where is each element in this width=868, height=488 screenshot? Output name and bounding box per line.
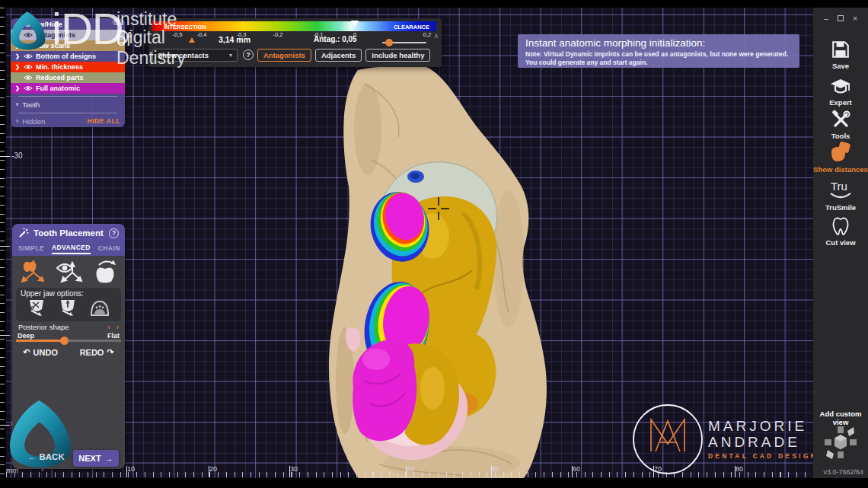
next-button[interactable]: NEXT →	[73, 450, 119, 467]
expand-chevron-icon[interactable]: ❯	[15, 53, 21, 59]
hidden-group-label: Hidden	[22, 117, 45, 126]
y-ruler-label: -30	[11, 152, 22, 160]
redo-button[interactable]: REDO ↷	[80, 347, 114, 357]
x-ruler-label: 60	[573, 465, 580, 473]
layer-row-min-thickness[interactable]: ❯ Min. thickness	[11, 62, 125, 72]
sidebar-item-cut-view[interactable]: Cut view	[813, 215, 868, 247]
bottom-letterbox-bar	[0, 478, 868, 488]
expand-chevron-icon[interactable]: ❯	[15, 64, 21, 70]
undo-button[interactable]: ↶ UNDO	[23, 347, 58, 357]
x-ruler-label: 50	[492, 465, 499, 473]
visibility-eye-icon[interactable]	[24, 53, 33, 59]
teeth-group-row[interactable]: ∨ Teeth	[11, 98, 125, 110]
upper-jaw-arch-option-icon[interactable]	[89, 298, 110, 317]
next-label: NEXT	[78, 454, 101, 463]
trusmile-icon: Tru	[827, 178, 854, 201]
x-ruler-label: 20	[209, 465, 217, 473]
hide-all-button[interactable]: HIDE ALL	[87, 117, 120, 125]
layer-label: Min. thickness	[36, 63, 83, 71]
sidebar-item-show-distances[interactable]: Show distances	[813, 142, 868, 174]
hidden-group-row[interactable]: ∨ Hidden HIDE ALL	[11, 115, 125, 127]
sidebar-item-label: Save	[832, 62, 849, 70]
scale-tick-label: 0,2	[423, 31, 431, 38]
sidebar-item-expert[interactable]: Expert	[813, 78, 868, 107]
back-button[interactable]: ← BACK	[27, 452, 65, 461]
minimize-button[interactable]: –	[824, 14, 828, 23]
bottom-molar	[353, 339, 459, 445]
tooth-placement-title: Tooth Placement	[34, 228, 104, 238]
tab-simple[interactable]: SIMPLE	[18, 244, 44, 254]
sidebar-item-label: Expert	[829, 98, 852, 107]
expand-down-chevron-icon[interactable]: ∨	[15, 118, 19, 124]
trusmile-icon-text: Tru	[831, 180, 847, 193]
undo-arrow-icon: ↶	[23, 347, 30, 357]
move-tooth-mode-icon[interactable]	[17, 259, 44, 285]
scale-tick-label: -0,2	[273, 31, 283, 38]
notification-title: Instant anatomic morphing initialization…	[525, 37, 792, 49]
include-healthy-toggle-button[interactable]: Include healthy	[365, 49, 430, 62]
save-floppy-icon	[831, 40, 850, 59]
upper-jaw-option-icons	[21, 298, 116, 317]
magic-wand-icon	[18, 228, 29, 238]
visibility-eye-icon[interactable]	[24, 64, 33, 70]
window-controls: – ×	[813, 14, 868, 23]
redo-arrow-icon: ↷	[107, 347, 113, 357]
show-contacts-dropdown[interactable]: Show contacts ▾	[152, 49, 238, 62]
restore-window-button[interactable]	[838, 15, 844, 21]
slider-min-label: Deep	[18, 332, 34, 340]
upper-jaw-options-label: Upper jaw options:	[21, 289, 116, 298]
sidebar-item-label: TruSmile	[825, 203, 856, 212]
view-cube-widget[interactable]	[823, 425, 858, 460]
shape-prev-chevron-icon[interactable]: ‹	[107, 323, 110, 331]
tab-chain[interactable]: CHAIN	[98, 244, 120, 254]
intersection-label: INTERSECTION	[164, 24, 206, 30]
x-ruler-label: 30	[290, 465, 298, 473]
cut-view-tooth-icon	[830, 215, 851, 236]
close-button[interactable]: ×	[853, 14, 857, 23]
layer-row-full-anatomic[interactable]: ❯ Full anatomic	[11, 83, 125, 94]
scale-tick-label: -0,5	[173, 31, 183, 38]
clearance-slider-knob[interactable]	[385, 39, 393, 46]
rotate-tooth-mode-icon[interactable]	[93, 259, 120, 285]
toolbar-collapse-chevron-icon[interactable]: ∧	[433, 32, 439, 40]
tooth-placement-help-button[interactable]: ?	[109, 228, 119, 238]
sidebar-item-label: Cut view	[825, 238, 855, 247]
redo-label: REDO	[80, 348, 104, 357]
visibility-eye-icon[interactable]	[24, 85, 33, 91]
sidebar-item-trusmile[interactable]: Tru TruSmile	[813, 178, 868, 212]
version-label: v3.0-7662/64	[823, 468, 863, 476]
sidebar-item-label: Show distances	[813, 165, 868, 174]
contact-filter-buttons: Antagonists Adjacents Include healthy	[257, 49, 430, 62]
posterior-shape-slider: Deep Flat	[16, 332, 121, 344]
x-ruler-label: 80	[736, 465, 743, 473]
right-sidebar: – × Save Expert	[813, 8, 868, 478]
sidebar-item-tools[interactable]: Tools	[813, 110, 868, 140]
tab-advanced[interactable]: ADVANCED	[52, 244, 91, 254]
zero-pointer-icon[interactable]	[351, 21, 359, 27]
view-direction-mode-icon[interactable]	[54, 259, 83, 285]
slider-knob[interactable]	[60, 336, 69, 345]
antagonists-toggle-button[interactable]: Antagonists	[257, 49, 311, 62]
show-distances-icon	[829, 142, 852, 163]
expand-chevron-icon[interactable]: ❯	[15, 85, 21, 91]
placement-mode-icons	[12, 259, 125, 285]
upper-jaw-elongate-option-icon[interactable]	[58, 298, 78, 317]
undo-redo-row: ↶ UNDO REDO ↷	[12, 347, 125, 357]
notification-toast: Instant anatomic morphing initialization…	[518, 34, 799, 68]
add-custom-view-button[interactable]: Add custom view	[813, 410, 868, 426]
y-ruler-tick	[0, 246, 10, 247]
panel-divider	[18, 113, 117, 113]
layer-row-reduced-parts[interactable]: Reduced parts	[11, 72, 125, 83]
contacts-help-button[interactable]: ?	[243, 49, 254, 60]
teeth-group-label: Teeth	[22, 100, 40, 109]
upper-jaw-trim-option-icon[interactable]	[27, 298, 46, 317]
visibility-eye-icon[interactable]	[24, 75, 33, 81]
adjacents-toggle-button[interactable]: Adjacents	[315, 49, 362, 62]
antagonist-distance-value: Antag.: 0,05	[314, 35, 357, 43]
sidebar-item-save[interactable]: Save	[813, 40, 868, 70]
upper-jaw-options-box: Upper jaw options:	[16, 288, 121, 321]
back-label: BACK	[40, 452, 65, 461]
expand-down-chevron-icon[interactable]: ∨	[15, 101, 19, 107]
shape-next-chevron-icon[interactable]: ›	[116, 323, 119, 331]
panel-divider	[18, 96, 117, 97]
